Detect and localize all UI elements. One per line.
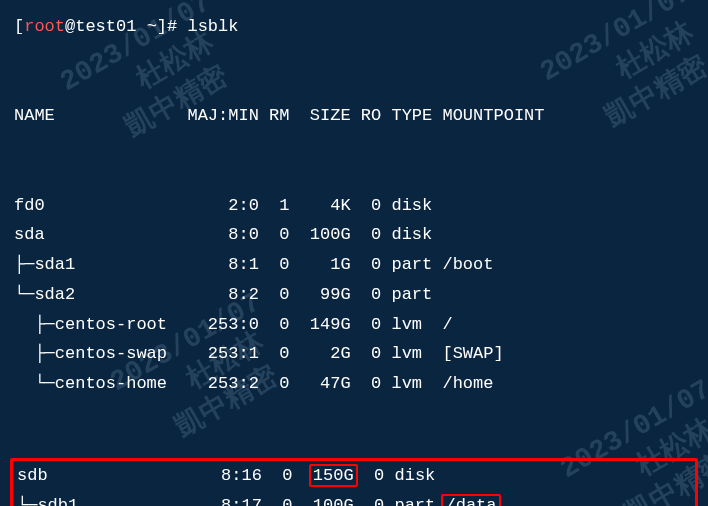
table-row: ├─centos-root 253:0 0 149G 0 lvm / xyxy=(14,310,694,340)
table-row: └─centos-home 253:2 0 47G 0 lvm /home xyxy=(14,369,694,399)
table-row: └─sda2 8:2 0 99G 0 part xyxy=(14,280,694,310)
prompt-path: ~ xyxy=(147,17,157,36)
prompt-host: test01 xyxy=(75,17,136,36)
table-row: └─sdb1 8:17 0 100G 0 part /data xyxy=(17,491,695,506)
table-row: fd0 2:0 1 4K 0 disk xyxy=(14,191,694,221)
table-row: sda 8:0 0 100G 0 disk xyxy=(14,220,694,250)
command: lsblk xyxy=(187,17,238,36)
prompt-symbol: # xyxy=(167,17,177,36)
table-row: ├─centos-swap 253:1 0 2G 0 lvm [SWAP] xyxy=(14,339,694,369)
lsblk-output: NAME MAJ:MIN RM SIZE RO TYPE MOUNTPOINT … xyxy=(14,42,694,506)
header-row: NAME MAJ:MIN RM SIZE RO TYPE MOUNTPOINT xyxy=(14,101,694,131)
highlight-sdb-group: sdb 8:16 0 150G 0 disk └─sdb1 8:17 0 100… xyxy=(10,458,698,506)
table-row: ├─sda1 8:1 0 1G 0 part /boot xyxy=(14,250,694,280)
prompt-line-1: [root@test01 ~]# lsblk xyxy=(14,12,694,42)
highlight-mountpoint: /data xyxy=(441,494,500,506)
prompt-user: root xyxy=(24,17,65,36)
table-row: sdb 8:16 0 150G 0 disk xyxy=(17,461,695,491)
highlight-size: 150G xyxy=(309,464,358,487)
